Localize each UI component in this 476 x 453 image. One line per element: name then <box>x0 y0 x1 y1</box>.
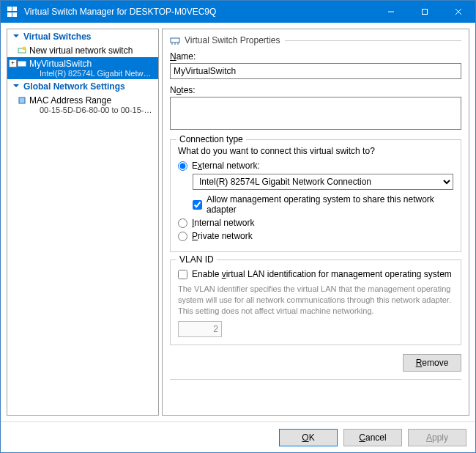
check-allow-mgmt-input[interactable] <box>193 200 202 210</box>
radio-private-input[interactable] <box>178 232 187 241</box>
check-label: Allow management operating system to sha… <box>207 194 453 215</box>
ok-button[interactable]: OK <box>279 429 338 446</box>
radio-label: Private network <box>192 231 253 241</box>
radio-internal[interactable]: Internal network <box>178 218 453 228</box>
check-enable-vlan[interactable]: Enable virtual LAN identification for ma… <box>178 269 453 279</box>
group-legend: VLAN ID <box>176 254 217 265</box>
window-title: Virtual Switch Manager for DESKTOP-M0VEC… <box>24 7 374 17</box>
tree-item-label: MyVirtualSwitch <box>29 59 92 69</box>
right-panel: Virtual Switch Properties Name: Notes: C… <box>162 29 469 416</box>
tree-item-sublabel: Intel(R) 82574L Gigabit Network C... <box>29 69 154 78</box>
tree-item-mac-range[interactable]: MAC Address Range 00-15-5D-D6-80-00 to 0… <box>7 94 158 116</box>
notes-label: Notes: <box>170 85 461 95</box>
tree-expander-icon[interactable]: + <box>9 59 17 67</box>
maximize-button[interactable] <box>408 1 442 23</box>
svg-rect-6 <box>18 62 26 66</box>
left-panel: Virtual Switches New virtual network swi… <box>7 29 159 416</box>
tree-item-label: New virtual network switch <box>29 45 133 56</box>
divider <box>170 379 461 380</box>
svg-point-5 <box>23 47 26 51</box>
adapter-select[interactable]: Intel(R) 82574L Gigabit Network Connecti… <box>193 174 453 190</box>
apply-button: Apply <box>408 429 466 446</box>
titlebar: Virtual Switch Manager for DESKTOP-M0VEC… <box>1 1 475 23</box>
switch-properties-icon <box>170 35 180 45</box>
radio-external[interactable]: External network: <box>178 161 453 171</box>
check-label: Enable virtual LAN identification for ma… <box>192 269 452 279</box>
svg-rect-1 <box>423 10 428 15</box>
dialog-footer: OK Cancel Apply <box>1 421 475 452</box>
radio-private[interactable]: Private network <box>178 231 453 241</box>
section-title: Virtual Switch Properties <box>185 35 280 45</box>
cancel-button[interactable]: Cancel <box>343 429 402 446</box>
notes-textarea[interactable] <box>170 97 461 130</box>
name-label: Name: <box>170 51 461 62</box>
window: Virtual Switch Manager for DESKTOP-M0VEC… <box>0 0 476 453</box>
tree-item-sublabel: 00-15-5D-D6-80-00 to 00-15-5D-D... <box>29 106 154 114</box>
nic-icon <box>18 96 26 105</box>
svg-rect-8 <box>171 38 179 43</box>
radio-label: Internal network <box>192 218 254 228</box>
close-button[interactable] <box>442 1 475 23</box>
switch-icon <box>18 59 26 68</box>
remove-button[interactable]: Remove <box>403 354 461 372</box>
tree-header-global-settings[interactable]: Global Network Settings <box>7 79 158 94</box>
vlan-id-input <box>178 321 222 337</box>
new-switch-icon <box>18 46 26 55</box>
check-allow-mgmt[interactable]: Allow management operating system to sha… <box>193 194 453 215</box>
radio-label: External network: <box>192 161 260 171</box>
group-legend: Connection type <box>176 134 246 144</box>
tree-item-label: MAC Address Range <box>29 95 111 106</box>
divider <box>285 40 462 41</box>
svg-rect-7 <box>19 97 25 103</box>
radio-internal-input[interactable] <box>178 218 187 228</box>
name-input[interactable] <box>170 63 461 79</box>
tree-item-new-switch[interactable]: New virtual network switch <box>7 44 158 57</box>
tree-header-virtual-switches[interactable]: Virtual Switches <box>7 29 158 44</box>
radio-external-input[interactable] <box>178 161 187 171</box>
group-vlan-id: VLAN ID Enable virtual LAN identificatio… <box>170 259 461 345</box>
check-enable-vlan-input[interactable] <box>178 270 187 279</box>
minimize-button[interactable] <box>374 1 408 23</box>
app-icon <box>7 6 18 18</box>
vlan-help-text: The VLAN identifier specifies the virtua… <box>178 284 453 317</box>
connection-question: What do you want to connect this virtual… <box>178 146 453 156</box>
tree-item-myvirtualswitch[interactable]: + MyVirtualSwitch Intel(R) 82574L Gigabi… <box>7 57 158 79</box>
group-connection-type: Connection type What do you want to conn… <box>170 139 461 252</box>
